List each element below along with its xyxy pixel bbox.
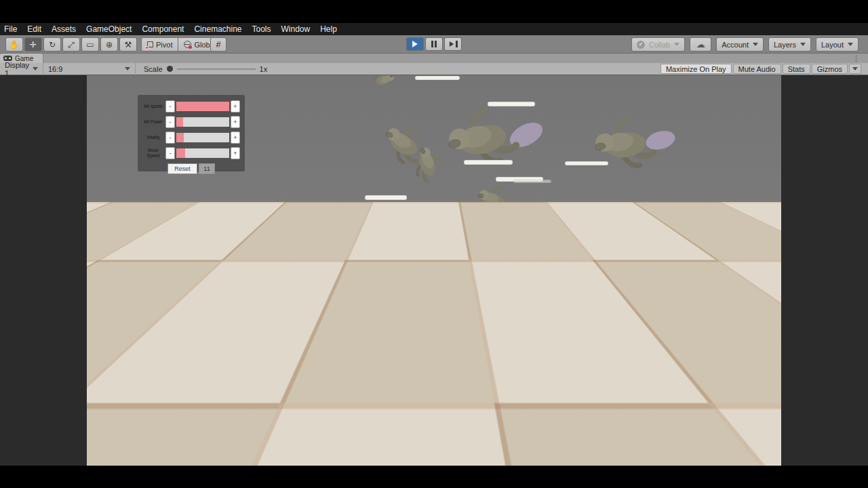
vitality-plus-button[interactable]: + xyxy=(231,131,240,144)
att-power-plus-button[interactable]: + xyxy=(231,116,240,128)
aspect-ratio-dropdown[interactable]: 16:9 xyxy=(43,63,136,75)
grid-snap-button[interactable]: # xyxy=(210,37,226,52)
att-speed-minus-button[interactable]: - xyxy=(165,100,175,113)
upgrade-row-att-power: Att Power - + xyxy=(141,114,241,129)
vitality-minus-button[interactable]: - xyxy=(165,131,175,144)
enemy-health-bar xyxy=(380,226,423,230)
display-dropdown[interactable]: Display 1 xyxy=(0,63,43,75)
layers-label: Layers xyxy=(774,41,796,49)
enemy-health-bar xyxy=(365,195,407,200)
enemy-health-bar-red xyxy=(313,323,359,328)
chevron-down-icon xyxy=(848,43,853,46)
transform-tool-button[interactable]: ⊕ xyxy=(100,37,118,52)
upgrade-row-att-speed: Att speed - + xyxy=(141,98,241,114)
play-button[interactable] xyxy=(406,37,424,51)
stats-button[interactable]: Stats xyxy=(783,64,810,74)
rotate-tool-button[interactable]: ↻ xyxy=(43,37,61,52)
custom-tool-button[interactable]: ⚒ xyxy=(119,37,137,52)
move-icon: ✛ xyxy=(30,40,37,49)
hand-tool-button[interactable]: ✋ xyxy=(5,37,23,52)
mute-audio-button[interactable]: Mute Audio xyxy=(733,64,781,74)
att-speed-label: Att speed xyxy=(141,104,165,108)
panel-menu-icon[interactable]: ⋮ xyxy=(852,54,860,63)
gizmos-dropdown-arrow[interactable] xyxy=(849,64,861,74)
menu-file[interactable]: File xyxy=(4,24,17,34)
game-view-options: Maximize On Play Mute Audio Stats Gizmos xyxy=(660,64,861,74)
cloud-icon: ☁ xyxy=(696,39,705,49)
letterbox-top xyxy=(0,0,868,23)
chevron-down-icon xyxy=(852,67,858,70)
gizmos-button[interactable]: Gizmos xyxy=(812,64,848,74)
cloud-button[interactable]: ☁ xyxy=(690,37,711,52)
layout-label: Layout xyxy=(821,41,844,49)
menu-cinemachine[interactable]: Cinemachine xyxy=(194,24,241,34)
collab-check-icon: ✔ xyxy=(637,41,645,49)
att-speed-fill xyxy=(176,102,229,111)
att-power-minus-button[interactable]: - xyxy=(165,116,175,128)
pivot-icon xyxy=(147,41,153,47)
move-speed-slider xyxy=(176,148,229,158)
pause-button[interactable] xyxy=(425,37,443,51)
vitality-label: Vitality xyxy=(141,135,165,140)
menu-gameobject[interactable]: GameObject xyxy=(86,24,132,34)
toolbar-right-group: ✔ Collab ☁ Account Layers Layout xyxy=(631,37,859,52)
airborne-creatures xyxy=(371,75,677,239)
target-ring xyxy=(414,249,454,290)
hand-icon: ✋ xyxy=(9,40,20,49)
pivot-toggle-button[interactable]: Pivot xyxy=(141,37,178,52)
aspect-value: 16:9 xyxy=(48,65,62,73)
transform-icon: ⊕ xyxy=(106,40,113,49)
att-power-slider xyxy=(176,117,229,127)
menu-assets[interactable]: Assets xyxy=(52,24,76,34)
player-health-ghost xyxy=(222,434,231,443)
menu-help[interactable]: Help xyxy=(320,24,337,34)
menu-component[interactable]: Component xyxy=(142,24,184,34)
chevron-down-icon xyxy=(674,43,679,46)
layout-dropdown[interactable]: Layout xyxy=(816,37,859,52)
collab-label: Collab xyxy=(649,41,670,49)
scale-tool-button[interactable]: ⤢ xyxy=(62,37,80,52)
points-value: 11 xyxy=(199,163,215,174)
enemy-health-bar xyxy=(462,243,504,248)
step-icon xyxy=(449,41,453,47)
att-speed-slider xyxy=(176,102,229,111)
rect-tool-button[interactable]: ▭ xyxy=(81,37,99,52)
menu-window[interactable]: Window xyxy=(281,24,311,34)
menu-tools[interactable]: Tools xyxy=(252,24,271,34)
maximize-on-play-button[interactable]: Maximize On Play xyxy=(660,64,732,74)
att-power-fill xyxy=(176,117,183,127)
creature xyxy=(358,230,389,257)
reset-button[interactable]: Reset xyxy=(167,163,197,174)
menu-bar: File Edit Assets GameObject Component Ci… xyxy=(0,23,868,35)
pivot-label: Pivot xyxy=(156,41,172,49)
account-dropdown[interactable]: Account xyxy=(716,37,764,52)
move-tool-button[interactable]: ✛ xyxy=(24,37,42,52)
enemy-health-bar xyxy=(415,76,460,80)
game-render-viewport: Att speed - + Att Power - + Vitali xyxy=(87,75,781,466)
step-button[interactable] xyxy=(444,37,462,51)
game-view-tab-bar: Game ⋮ xyxy=(0,54,868,63)
wrench-icon: ⚒ xyxy=(125,40,132,49)
att-speed-plus-button[interactable]: + xyxy=(231,100,240,113)
upgrade-panel: Att speed - + Att Power - + Vitali xyxy=(138,95,245,171)
scale-slider-knob[interactable] xyxy=(167,66,173,72)
upgrade-row-vitality: Vitality - + xyxy=(141,129,241,145)
rect-icon: ▭ xyxy=(86,40,94,49)
rotate-icon: ↻ xyxy=(49,40,56,49)
creature xyxy=(371,75,397,92)
move-speed-minus-button[interactable]: - xyxy=(165,147,175,159)
player-mana-bar xyxy=(119,444,163,452)
player-health-bar xyxy=(117,434,246,443)
layers-dropdown[interactable]: Layers xyxy=(768,37,811,52)
scale-label: Scale xyxy=(144,65,163,73)
collab-button[interactable]: ✔ Collab xyxy=(631,37,685,52)
enemy-health-bar-red xyxy=(317,336,361,340)
unity-editor-window: File Edit Assets GameObject Component Ci… xyxy=(0,0,868,488)
pause-icon xyxy=(431,41,437,47)
grid-snap-icon: # xyxy=(216,39,220,49)
chevron-down-icon xyxy=(125,67,130,70)
move-speed-plus-button[interactable]: + xyxy=(231,147,240,159)
menu-edit[interactable]: Edit xyxy=(27,24,41,34)
game-view-area: Att speed - + Att Power - + Vitali xyxy=(0,75,868,466)
scale-control: Scale 1x xyxy=(136,65,267,73)
